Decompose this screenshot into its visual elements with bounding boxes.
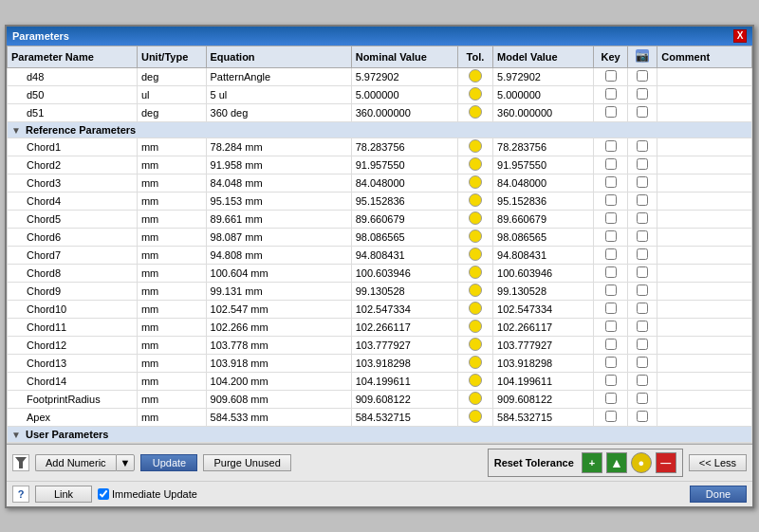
param-img-cell[interactable] (628, 156, 657, 174)
param-img-cell[interactable] (628, 372, 657, 390)
param-key-cell[interactable] (593, 103, 627, 121)
img-checkbox[interactable] (637, 321, 648, 332)
img-checkbox[interactable] (637, 194, 648, 206)
param-key-cell[interactable] (593, 372, 627, 390)
param-img-cell[interactable] (628, 318, 657, 336)
purge-button[interactable]: Purge Unused (203, 454, 290, 471)
param-img-cell[interactable] (628, 336, 657, 354)
img-checkbox[interactable] (637, 88, 648, 100)
param-img-cell[interactable] (628, 103, 657, 121)
link-button[interactable]: Link (35, 486, 92, 503)
param-key-cell[interactable] (593, 264, 627, 282)
key-checkbox[interactable] (605, 411, 617, 422)
key-checkbox[interactable] (605, 375, 617, 386)
tol-cell (457, 67, 492, 85)
param-key-cell[interactable] (593, 246, 627, 264)
param-key-cell[interactable] (593, 336, 627, 354)
param-img-cell[interactable] (628, 67, 657, 85)
key-checkbox[interactable] (605, 303, 617, 314)
add-numeric-button[interactable]: Add Numeric (35, 454, 116, 471)
key-checkbox[interactable] (605, 230, 617, 242)
param-key-cell[interactable] (593, 174, 627, 192)
param-key-cell[interactable] (593, 228, 627, 246)
img-checkbox[interactable] (637, 339, 648, 350)
param-img-cell[interactable] (628, 192, 657, 210)
img-checkbox[interactable] (637, 176, 648, 188)
key-checkbox[interactable] (605, 357, 617, 368)
section-expand-icon[interactable]: ▼ (11, 430, 21, 440)
param-key-cell[interactable] (593, 318, 627, 336)
param-key-cell[interactable] (593, 282, 627, 300)
param-nominal-cell: 103.918298 (351, 354, 457, 372)
param-key-cell[interactable] (593, 408, 627, 426)
param-key-cell[interactable] (593, 156, 627, 174)
param-key-cell[interactable] (593, 210, 627, 228)
img-checkbox[interactable] (637, 411, 648, 422)
param-key-cell[interactable] (593, 192, 627, 210)
param-img-cell[interactable] (628, 264, 657, 282)
param-key-cell[interactable] (593, 85, 627, 103)
param-key-cell[interactable] (593, 138, 627, 156)
img-checkbox[interactable] (637, 303, 648, 314)
key-checkbox[interactable] (605, 248, 617, 260)
img-checkbox[interactable] (637, 393, 648, 404)
img-checkbox[interactable] (637, 212, 648, 224)
key-checkbox[interactable] (605, 321, 617, 332)
key-checkbox[interactable] (605, 194, 617, 206)
key-checkbox[interactable] (605, 339, 617, 350)
close-button[interactable]: X (733, 29, 747, 43)
img-checkbox[interactable] (637, 140, 648, 152)
immediate-update-label[interactable]: Immediate Update (98, 488, 197, 500)
section-expand-icon[interactable]: ▼ (11, 125, 21, 136)
key-checkbox[interactable] (605, 393, 617, 404)
tolerance-group: Reset Tolerance + ▲ ● — (488, 449, 683, 477)
img-checkbox[interactable] (637, 106, 648, 118)
param-img-cell[interactable] (628, 174, 657, 192)
tolerance-minus-button[interactable]: — (656, 452, 676, 473)
add-dropdown-arrow[interactable]: ▼ (116, 454, 136, 471)
param-img-cell[interactable] (628, 408, 657, 426)
less-button[interactable]: << Less (689, 454, 747, 471)
help-icon[interactable]: ? (12, 486, 29, 503)
img-checkbox[interactable] (637, 375, 648, 386)
key-checkbox[interactable] (605, 212, 617, 224)
param-key-cell[interactable] (593, 67, 627, 85)
img-checkbox[interactable] (637, 70, 648, 82)
key-checkbox[interactable] (605, 266, 617, 278)
param-img-cell[interactable] (628, 228, 657, 246)
immediate-update-checkbox[interactable] (98, 488, 109, 500)
key-checkbox[interactable] (605, 106, 617, 118)
img-checkbox[interactable] (637, 284, 648, 296)
param-img-cell[interactable] (628, 282, 657, 300)
param-key-cell[interactable] (593, 354, 627, 372)
key-checkbox[interactable] (605, 70, 617, 82)
key-checkbox[interactable] (605, 140, 617, 152)
img-checkbox[interactable] (637, 357, 648, 368)
key-checkbox[interactable] (605, 158, 617, 170)
param-comment-cell (657, 282, 752, 300)
img-checkbox[interactable] (637, 266, 648, 278)
param-img-cell[interactable] (628, 210, 657, 228)
param-key-cell[interactable] (593, 300, 627, 318)
img-checkbox[interactable] (637, 158, 648, 170)
param-key-cell[interactable] (593, 390, 627, 408)
tolerance-triangle-button[interactable]: ▲ (606, 452, 627, 473)
update-button[interactable]: Update (140, 454, 197, 471)
filter-icon[interactable] (12, 454, 29, 471)
param-img-cell[interactable] (628, 354, 657, 372)
key-checkbox[interactable] (605, 88, 617, 100)
param-img-cell[interactable] (628, 390, 657, 408)
img-checkbox[interactable] (637, 230, 648, 242)
param-img-cell[interactable] (628, 138, 657, 156)
param-equation-cell: 99.131 mm (206, 282, 351, 300)
param-img-cell[interactable] (628, 85, 657, 103)
key-checkbox[interactable] (605, 176, 617, 188)
img-checkbox[interactable] (637, 248, 648, 260)
table-container[interactable]: Parameter Name Unit/Type Equation Nomina… (7, 46, 752, 444)
key-checkbox[interactable] (605, 284, 617, 296)
tolerance-plus-button[interactable]: + (582, 452, 602, 473)
param-img-cell[interactable] (628, 246, 657, 264)
done-button[interactable]: Done (690, 486, 747, 503)
param-img-cell[interactable] (628, 300, 657, 318)
tolerance-circle-button[interactable]: ● (631, 452, 652, 473)
